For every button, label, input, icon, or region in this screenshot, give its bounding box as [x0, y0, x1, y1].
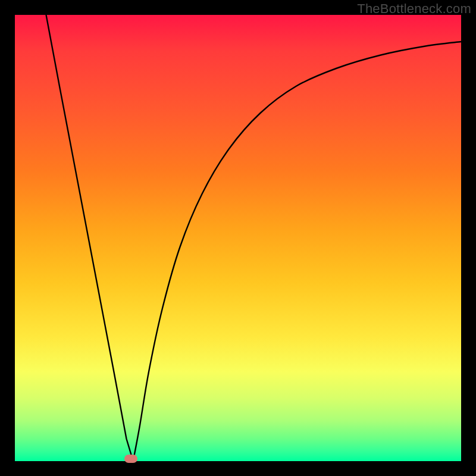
chart-frame: [15, 15, 461, 461]
bottleneck-curve-left: [46, 15, 133, 461]
bottleneck-curve-right: [133, 42, 461, 461]
curve-layer: [15, 15, 461, 461]
minimum-marker: [124, 455, 137, 463]
watermark-text: TheBottleneck.com: [357, 1, 471, 17]
